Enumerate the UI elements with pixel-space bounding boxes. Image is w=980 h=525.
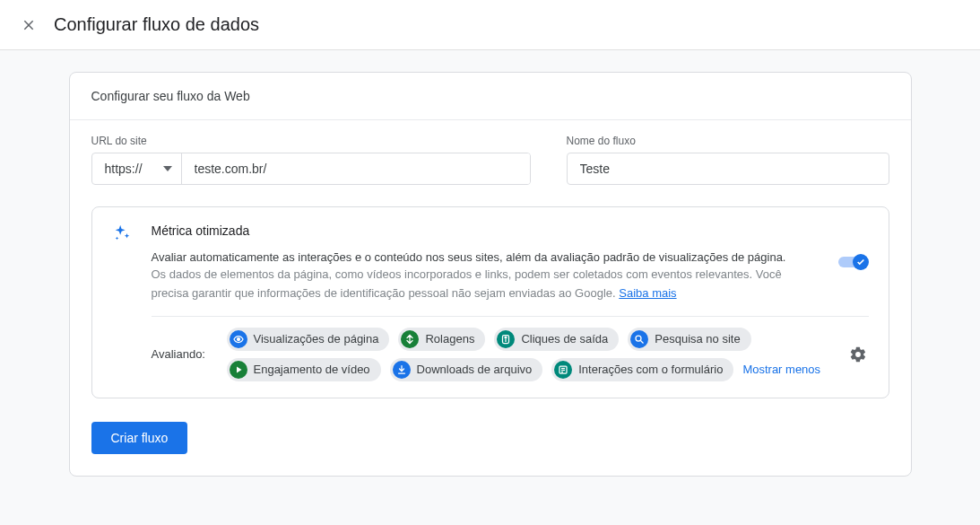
name-column: Nome do fluxo	[567, 135, 889, 185]
enhanced-title: Métrica otimizada	[152, 223, 869, 238]
measuring-row: Avaliando: Visualizações de páginaRolage…	[152, 328, 869, 381]
enhanced-measurement-panel: Métrica otimizada Avaliar automaticament…	[91, 206, 889, 398]
page-title: Configurar fluxo de dados	[54, 14, 259, 35]
learn-more-link[interactable]: Saiba mais	[619, 286, 676, 300]
protocol-value: https://	[105, 162, 143, 176]
close-button[interactable]	[18, 14, 39, 36]
measuring-label: Avaliando:	[152, 347, 214, 361]
download-icon	[393, 361, 411, 379]
enhanced-desc-1: Avaliar automaticamente as interações e …	[152, 250, 822, 264]
url-input-group: https://	[91, 153, 531, 185]
chip-label: Visualizações de página	[254, 332, 379, 346]
chip-scroll: Rolagens	[398, 328, 485, 351]
url-input[interactable]	[182, 153, 530, 184]
chip-label: Interações com o formulário	[578, 363, 723, 376]
url-label: URL do site	[91, 135, 531, 147]
svg-point-4	[505, 337, 507, 338]
exit-icon	[497, 330, 515, 348]
chip-search: Pesquisa no site	[628, 328, 750, 351]
chip-exit: Cliques de saída	[494, 328, 619, 351]
chip-label: Rolagens	[425, 332, 474, 346]
chip-eye: Visualizações de página	[227, 328, 390, 351]
chip-download: Downloads de arquivo	[390, 358, 543, 381]
chips-container: Visualizações de páginaRolagensCliques d…	[227, 328, 835, 381]
dialog-header: Configurar fluxo de dados	[0, 0, 980, 50]
chip-label: Engajamento de vídeo	[254, 363, 370, 376]
card-body: URL do site https:// Nome do fluxo	[70, 120, 911, 476]
url-column: URL do site https://	[91, 135, 531, 185]
sparkle-icon	[112, 223, 134, 381]
chevron-down-icon	[163, 166, 172, 171]
chip-label: Downloads de arquivo	[417, 363, 533, 376]
show-less-link[interactable]: Mostrar menos	[742, 363, 820, 376]
protocol-select[interactable]: https://	[92, 153, 182, 184]
svg-point-2	[237, 337, 239, 340]
settings-button[interactable]	[847, 344, 869, 365]
stream-name-input[interactable]	[567, 153, 889, 185]
play-icon	[230, 361, 247, 379]
gear-icon	[849, 346, 867, 363]
divider	[152, 316, 869, 317]
chip-form: Interações com o formulário	[551, 358, 733, 381]
check-icon	[856, 258, 865, 267]
enhanced-toggle[interactable]	[837, 254, 869, 270]
create-stream-button[interactable]: Criar fluxo	[91, 422, 188, 454]
close-icon	[22, 18, 36, 32]
toggle-thumb	[853, 254, 869, 270]
chip-play: Engajamento de vídeo	[227, 358, 381, 381]
chip-label: Cliques de saída	[521, 332, 608, 346]
enhanced-desc-2-text: Os dados de elementos da página, como ví…	[152, 267, 782, 300]
form-row: URL do site https:// Nome do fluxo	[91, 135, 889, 185]
scroll-icon	[401, 330, 419, 348]
enhanced-desc-2: Os dados de elementos da página, como ví…	[152, 266, 822, 303]
stream-name-label: Nome do fluxo	[567, 135, 889, 147]
config-card: Configurar seu fluxo da Web URL do site …	[69, 72, 912, 477]
search-icon	[630, 330, 648, 348]
chip-label: Pesquisa no site	[655, 332, 740, 346]
svg-line-6	[641, 340, 644, 343]
page-background: Configurar seu fluxo da Web URL do site …	[0, 50, 980, 525]
svg-point-5	[636, 336, 641, 341]
card-section-title: Configurar seu fluxo da Web	[70, 73, 911, 120]
eye-icon	[230, 330, 247, 348]
form-icon	[554, 361, 572, 379]
